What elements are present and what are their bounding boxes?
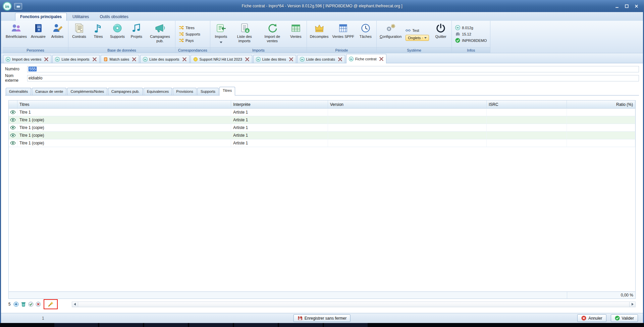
- ribbon-item-test[interactable]: Test: [406, 28, 429, 33]
- doc-tab-liste-des-supports[interactable]: inListe des supports: [140, 55, 189, 63]
- doc-tab-liste-des-imports[interactable]: inListe des imports: [52, 55, 99, 63]
- doc-tab-label: Liste des contrats: [306, 57, 335, 61]
- ribbon-button-campagnes-pub[interactable]: Campagnes pub.: [146, 22, 174, 47]
- minimize-button[interactable]: [615, 4, 619, 8]
- scroll-right-button[interactable]: [629, 302, 635, 307]
- column-header-version: Version: [328, 101, 487, 109]
- subtab-campagnes-pub[interactable]: Campagnes pub.: [108, 88, 143, 95]
- doc-tab-liste-des-titres[interactable]: inListe des titres: [253, 55, 296, 63]
- inpro-logo-icon: in: [349, 57, 354, 61]
- close-tab-icon[interactable]: [132, 57, 137, 62]
- subtab-complements-notes[interactable]: Compléments/Notes: [67, 88, 107, 95]
- taskbar-button[interactable]: [144, 323, 188, 327]
- svg-text:in: in: [5, 4, 9, 9]
- doc-tab-liste-des-contrats[interactable]: inListe des contrats: [297, 55, 345, 63]
- add-row-button[interactable]: [13, 302, 19, 307]
- taskbar-button[interactable]: [189, 323, 233, 327]
- taskbar-button[interactable]: [279, 323, 323, 327]
- ribbon-tab-fonctions-principales[interactable]: Fonctions principales: [15, 13, 67, 21]
- validate-button[interactable]: Valider: [611, 314, 638, 322]
- table-row[interactable]: Titre 1Artiste 1: [9, 109, 635, 116]
- doc-tab-fiche-contrat[interactable]: inFiche contrat: [346, 54, 387, 63]
- ribbon-button-taches[interactable]: Tâches: [356, 22, 375, 47]
- cancel-edit-button[interactable]: [36, 302, 41, 307]
- ribbon-button-ventes-sppf[interactable]: Ventes SPPF: [330, 22, 356, 47]
- sppf-grid-icon: [338, 23, 348, 34]
- numero-input[interactable]: 555: [27, 66, 639, 72]
- close-button[interactable]: [634, 4, 639, 8]
- doc-tab-support-nrj-hit-list-2023[interactable]: Support NRJ Hit List 2023: [191, 55, 252, 63]
- nom-externe-input[interactable]: eldiablo: [27, 75, 639, 81]
- ribbon-item-supports[interactable]: Supports: [179, 31, 200, 37]
- ribbon-item-15-12: 15.12: [455, 31, 471, 37]
- cell-isrc: [487, 109, 567, 116]
- eye-icon[interactable]: [10, 133, 16, 137]
- taskbar-button[interactable]: [54, 323, 98, 327]
- magic-wand-button[interactable]: [48, 301, 54, 307]
- ribbon-button-artistes[interactable]: Artistes: [48, 22, 67, 47]
- delete-row-button[interactable]: [21, 302, 26, 307]
- subtab-canaux-de-vente[interactable]: Canaux de vente: [32, 88, 66, 95]
- table-row[interactable]: Titre 1 (copie)Artiste 1: [9, 139, 635, 147]
- close-tab-icon[interactable]: [92, 57, 97, 62]
- close-tab-icon[interactable]: [44, 57, 49, 62]
- close-tab-icon[interactable]: [379, 57, 384, 61]
- confirm-button[interactable]: [28, 302, 34, 307]
- close-tab-icon[interactable]: [338, 57, 342, 62]
- table-row[interactable]: Titre 1 (copie)Artiste 1: [9, 124, 635, 132]
- ribbon-group-label: Imports: [210, 47, 307, 53]
- power-icon: [435, 23, 446, 34]
- ribbon-item-pays[interactable]: Pays: [179, 38, 194, 43]
- ribbon-button-ventes[interactable]: Ventes: [286, 22, 305, 47]
- horizontal-scrollbar[interactable]: [72, 302, 636, 307]
- ribbon-button-decomptes[interactable]: Décomptes: [308, 22, 330, 47]
- close-tab-icon[interactable]: [182, 57, 187, 62]
- ribbon-button-import-de-ventes[interactable]: Import de ventes: [259, 22, 286, 47]
- save-without-closing-button[interactable]: Enregistrer sans fermer: [293, 314, 351, 322]
- ribbon-button-titres[interactable]: Titres: [89, 22, 108, 47]
- doc-tab-import-des-ventes[interactable]: inImport des ventes: [3, 55, 51, 63]
- subtab-provisions[interactable]: Provisions: [173, 88, 197, 95]
- ribbon-button-liste-des-imports[interactable]: Liste des imports: [231, 22, 258, 47]
- close-tab-icon[interactable]: [245, 57, 250, 62]
- ribbon-button-contrats[interactable]: Contrats: [70, 22, 89, 47]
- disc-icon: [112, 23, 123, 34]
- table-row[interactable]: Titre 1 (copie)Artiste 1: [9, 132, 635, 139]
- taskbar-button[interactable]: [99, 323, 143, 327]
- scrollbar-thumb[interactable]: [78, 302, 629, 307]
- cancel-button[interactable]: Annuler: [577, 314, 606, 322]
- eye-icon[interactable]: [10, 126, 16, 130]
- ribbon-button-imports[interactable]: Imports: [212, 22, 230, 47]
- close-tab-icon[interactable]: [289, 57, 293, 62]
- eye-icon[interactable]: [10, 118, 16, 122]
- maximize-button[interactable]: [625, 4, 629, 8]
- ribbon-button-annuaire[interactable]: Annuaire: [29, 22, 48, 47]
- ribbon-item-titres[interactable]: Titres: [179, 25, 195, 30]
- taskbar-button[interactable]: [324, 323, 368, 327]
- subtab-equivalences[interactable]: Equivalences: [144, 88, 172, 95]
- onglets-button[interactable]: Onglets: [406, 35, 429, 41]
- ribbon-button-supports[interactable]: Supports: [108, 22, 127, 47]
- ribbon-button-projets[interactable]: Projets: [127, 22, 146, 47]
- total-row-spacer: [9, 292, 567, 299]
- subtab-supports[interactable]: Supports: [197, 88, 219, 95]
- ribbon-tab-outils-obsoletes[interactable]: Outils obsolètes: [95, 13, 133, 21]
- ribbon-button-beneficiaires[interactable]: Bénéficiaires: [4, 22, 29, 47]
- ribbon-button-configuration[interactable]: Configuration: [378, 22, 403, 47]
- match-arrows-icon: [179, 25, 184, 30]
- quick-access-button[interactable]: [14, 3, 22, 9]
- eye-icon[interactable]: [10, 110, 16, 114]
- eye-icon[interactable]: [10, 141, 16, 145]
- inpro-logo-icon[interactable]: in: [3, 2, 12, 11]
- ribbon-tab-utilitaires[interactable]: Utilitaires: [67, 13, 94, 21]
- taskbar-button[interactable]: [234, 323, 278, 327]
- subtab-titres[interactable]: Titres: [219, 87, 235, 95]
- scroll-left-button[interactable]: [72, 302, 78, 307]
- ribbon-button-quitter[interactable]: Quitter: [431, 22, 450, 47]
- ribbon-group-personnes: BénéficiairesAnnuaireArtistesPersonnes: [3, 21, 68, 53]
- table-row[interactable]: Titre 1 (copie)Artiste 1: [9, 116, 635, 124]
- subtab-generalites[interactable]: Généralités: [6, 88, 31, 95]
- chevron-down-icon[interactable]: [422, 37, 427, 39]
- doc-tab-match-sales[interactable]: Match sales: [101, 55, 140, 63]
- match-arrows-icon: [179, 38, 184, 43]
